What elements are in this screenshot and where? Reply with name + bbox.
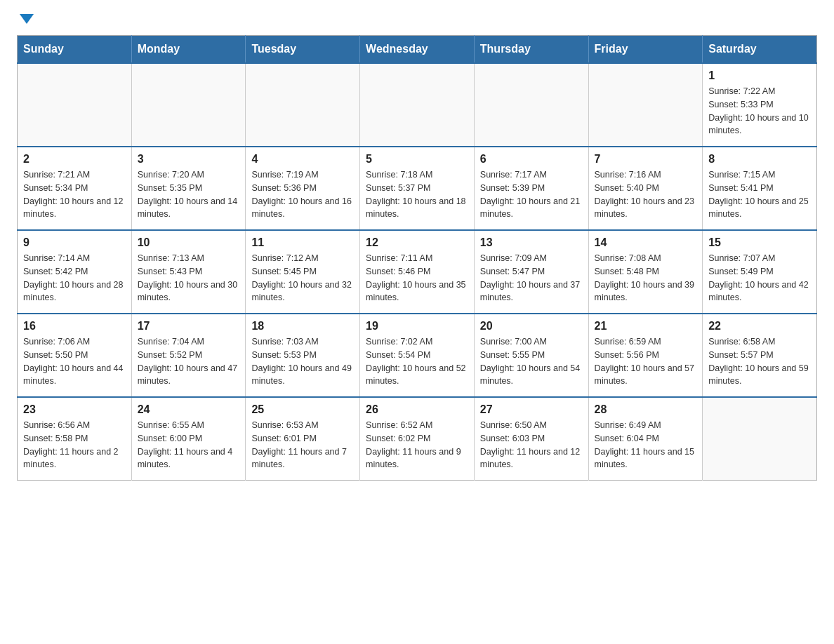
calendar-cell: 8Sunrise: 7:15 AM Sunset: 5:41 PM Daylig… xyxy=(703,147,817,230)
calendar-cell: 11Sunrise: 7:12 AM Sunset: 5:45 PM Dayli… xyxy=(246,230,360,314)
day-info-text: Sunrise: 6:55 AM Sunset: 6:00 PM Dayligh… xyxy=(138,419,240,471)
calendar-cell xyxy=(703,397,817,481)
calendar-cell xyxy=(246,63,360,147)
day-header-saturday: Saturday xyxy=(703,36,817,64)
day-info-text: Sunrise: 7:18 AM Sunset: 5:37 PM Dayligh… xyxy=(366,168,468,221)
calendar-cell: 6Sunrise: 7:17 AM Sunset: 5:39 PM Daylig… xyxy=(474,147,588,230)
day-info-text: Sunrise: 7:04 AM Sunset: 5:52 PM Dayligh… xyxy=(138,335,240,388)
day-header-friday: Friday xyxy=(588,36,703,64)
day-info-text: Sunrise: 7:00 AM Sunset: 5:55 PM Dayligh… xyxy=(480,335,583,388)
day-info-text: Sunrise: 7:17 AM Sunset: 5:39 PM Dayligh… xyxy=(480,168,583,221)
calendar-cell: 7Sunrise: 7:16 AM Sunset: 5:40 PM Daylig… xyxy=(588,147,703,230)
day-info-text: Sunrise: 7:02 AM Sunset: 5:54 PM Dayligh… xyxy=(366,335,468,388)
day-number: 10 xyxy=(138,236,240,249)
calendar-cell: 13Sunrise: 7:09 AM Sunset: 5:47 PM Dayli… xyxy=(474,230,588,314)
day-info-text: Sunrise: 6:56 AM Sunset: 5:58 PM Dayligh… xyxy=(23,419,126,471)
day-number: 13 xyxy=(480,236,583,249)
day-info-text: Sunrise: 6:50 AM Sunset: 6:03 PM Dayligh… xyxy=(480,419,583,471)
day-header-sunday: Sunday xyxy=(18,36,132,64)
calendar-cell: 18Sunrise: 7:03 AM Sunset: 5:53 PM Dayli… xyxy=(246,314,360,397)
calendar-cell: 10Sunrise: 7:13 AM Sunset: 5:43 PM Dayli… xyxy=(131,230,246,314)
day-number: 20 xyxy=(480,320,583,333)
day-number: 26 xyxy=(366,403,468,416)
week-row-4: 16Sunrise: 7:06 AM Sunset: 5:50 PM Dayli… xyxy=(18,314,817,397)
day-info-text: Sunrise: 7:16 AM Sunset: 5:40 PM Dayligh… xyxy=(595,168,697,221)
day-info-text: Sunrise: 6:58 AM Sunset: 5:57 PM Dayligh… xyxy=(708,335,811,388)
calendar-cell: 12Sunrise: 7:11 AM Sunset: 5:46 PM Dayli… xyxy=(360,230,475,314)
day-number: 25 xyxy=(251,403,354,416)
day-info-text: Sunrise: 7:22 AM Sunset: 5:33 PM Dayligh… xyxy=(708,85,811,137)
calendar-cell xyxy=(360,63,475,147)
calendar-cell xyxy=(474,63,588,147)
week-row-3: 9Sunrise: 7:14 AM Sunset: 5:42 PM Daylig… xyxy=(18,230,817,314)
day-number: 19 xyxy=(366,320,468,333)
day-info-text: Sunrise: 6:59 AM Sunset: 5:56 PM Dayligh… xyxy=(595,335,697,388)
calendar-cell: 5Sunrise: 7:18 AM Sunset: 5:37 PM Daylig… xyxy=(360,147,475,230)
day-header-monday: Monday xyxy=(131,36,246,64)
day-info-text: Sunrise: 7:12 AM Sunset: 5:45 PM Dayligh… xyxy=(251,252,354,304)
page-header xyxy=(17,17,817,24)
day-info-text: Sunrise: 7:19 AM Sunset: 5:36 PM Dayligh… xyxy=(251,168,354,221)
logo xyxy=(17,17,34,24)
calendar-table: SundayMondayTuesdayWednesdayThursdayFrid… xyxy=(17,35,817,481)
day-number: 15 xyxy=(708,236,811,249)
day-info-text: Sunrise: 7:09 AM Sunset: 5:47 PM Dayligh… xyxy=(480,252,583,304)
day-number: 27 xyxy=(480,403,583,416)
calendar-cell: 9Sunrise: 7:14 AM Sunset: 5:42 PM Daylig… xyxy=(18,230,132,314)
day-number: 18 xyxy=(251,320,354,333)
calendar-cell: 21Sunrise: 6:59 AM Sunset: 5:56 PM Dayli… xyxy=(588,314,703,397)
calendar-cell: 14Sunrise: 7:08 AM Sunset: 5:48 PM Dayli… xyxy=(588,230,703,314)
day-info-text: Sunrise: 7:11 AM Sunset: 5:46 PM Dayligh… xyxy=(366,252,468,304)
day-info-text: Sunrise: 7:08 AM Sunset: 5:48 PM Dayligh… xyxy=(595,252,697,304)
calendar-cell: 26Sunrise: 6:52 AM Sunset: 6:02 PM Dayli… xyxy=(360,397,475,481)
day-number: 17 xyxy=(138,320,240,333)
day-info-text: Sunrise: 7:13 AM Sunset: 5:43 PM Dayligh… xyxy=(138,252,240,304)
day-number: 6 xyxy=(480,153,583,166)
day-info-text: Sunrise: 7:15 AM Sunset: 5:41 PM Dayligh… xyxy=(708,168,811,221)
day-number: 4 xyxy=(251,153,354,166)
calendar-cell: 16Sunrise: 7:06 AM Sunset: 5:50 PM Dayli… xyxy=(18,314,132,397)
day-info-text: Sunrise: 6:49 AM Sunset: 6:04 PM Dayligh… xyxy=(595,419,697,471)
calendar-cell: 20Sunrise: 7:00 AM Sunset: 5:55 PM Dayli… xyxy=(474,314,588,397)
day-number: 3 xyxy=(138,153,240,166)
day-number: 5 xyxy=(366,153,468,166)
calendar-cell xyxy=(131,63,246,147)
day-info-text: Sunrise: 6:52 AM Sunset: 6:02 PM Dayligh… xyxy=(366,419,468,471)
day-number: 23 xyxy=(23,403,126,416)
calendar-cell: 27Sunrise: 6:50 AM Sunset: 6:03 PM Dayli… xyxy=(474,397,588,481)
day-info-text: Sunrise: 7:14 AM Sunset: 5:42 PM Dayligh… xyxy=(23,252,126,304)
calendar-cell xyxy=(18,63,132,147)
day-info-text: Sunrise: 7:06 AM Sunset: 5:50 PM Dayligh… xyxy=(23,335,126,388)
day-number: 7 xyxy=(595,153,697,166)
calendar-cell: 4Sunrise: 7:19 AM Sunset: 5:36 PM Daylig… xyxy=(246,147,360,230)
day-number: 2 xyxy=(23,153,126,166)
calendar-cell xyxy=(588,63,703,147)
calendar-cell: 22Sunrise: 6:58 AM Sunset: 5:57 PM Dayli… xyxy=(703,314,817,397)
day-info-text: Sunrise: 7:07 AM Sunset: 5:49 PM Dayligh… xyxy=(708,252,811,304)
day-number: 24 xyxy=(138,403,240,416)
day-number: 1 xyxy=(708,69,811,82)
calendar-cell: 24Sunrise: 6:55 AM Sunset: 6:00 PM Dayli… xyxy=(131,397,246,481)
day-header-tuesday: Tuesday xyxy=(246,36,360,64)
calendar-cell: 3Sunrise: 7:20 AM Sunset: 5:35 PM Daylig… xyxy=(131,147,246,230)
day-number: 12 xyxy=(366,236,468,249)
calendar-cell: 23Sunrise: 6:56 AM Sunset: 5:58 PM Dayli… xyxy=(18,397,132,481)
calendar-cell: 2Sunrise: 7:21 AM Sunset: 5:34 PM Daylig… xyxy=(18,147,132,230)
calendar-cell: 19Sunrise: 7:02 AM Sunset: 5:54 PM Dayli… xyxy=(360,314,475,397)
day-number: 8 xyxy=(708,153,811,166)
day-header-wednesday: Wednesday xyxy=(360,36,475,64)
calendar-cell: 1Sunrise: 7:22 AM Sunset: 5:33 PM Daylig… xyxy=(703,63,817,147)
logo-triangle-icon xyxy=(20,14,34,24)
week-row-2: 2Sunrise: 7:21 AM Sunset: 5:34 PM Daylig… xyxy=(18,147,817,230)
day-info-text: Sunrise: 7:20 AM Sunset: 5:35 PM Dayligh… xyxy=(138,168,240,221)
calendar-cell: 15Sunrise: 7:07 AM Sunset: 5:49 PM Dayli… xyxy=(703,230,817,314)
day-number: 11 xyxy=(251,236,354,249)
week-row-1: 1Sunrise: 7:22 AM Sunset: 5:33 PM Daylig… xyxy=(18,63,817,147)
day-number: 28 xyxy=(595,403,697,416)
day-number: 21 xyxy=(595,320,697,333)
calendar-cell: 17Sunrise: 7:04 AM Sunset: 5:52 PM Dayli… xyxy=(131,314,246,397)
day-number: 9 xyxy=(23,236,126,249)
week-row-5: 23Sunrise: 6:56 AM Sunset: 5:58 PM Dayli… xyxy=(18,397,817,481)
day-info-text: Sunrise: 7:21 AM Sunset: 5:34 PM Dayligh… xyxy=(23,168,126,221)
day-number: 14 xyxy=(595,236,697,249)
